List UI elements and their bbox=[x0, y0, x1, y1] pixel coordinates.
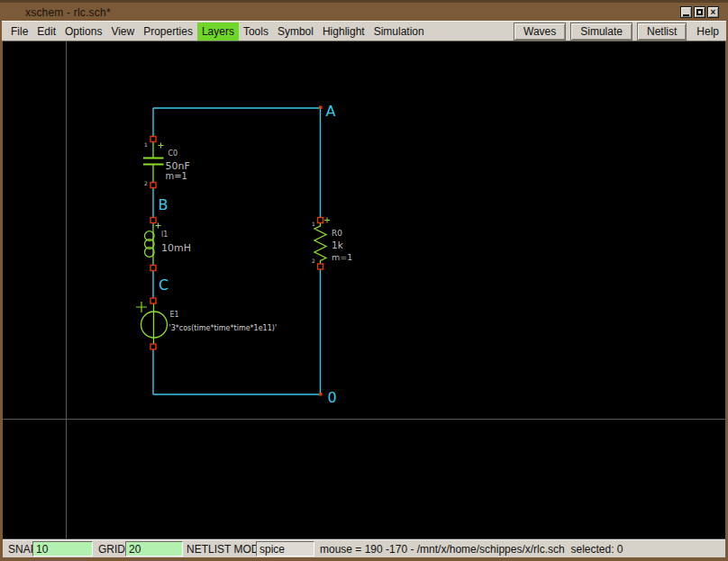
inductor-name: l1 bbox=[161, 231, 168, 239]
resistor-value: 1k bbox=[332, 240, 344, 250]
menu-help[interactable]: Help bbox=[691, 23, 726, 41]
titlebar[interactable]: xschem - rlc.sch* × bbox=[0, 1, 728, 21]
svg-text:1: 1 bbox=[144, 141, 148, 148]
grid-input[interactable] bbox=[125, 541, 183, 556]
pin-square[interactable] bbox=[150, 183, 156, 188]
window-title: xschem - rlc.sch* bbox=[25, 6, 111, 19]
xschem-window: xschem - rlc.sch* × FileEditOptionsViewP… bbox=[0, 0, 728, 561]
menubar: FileEditOptionsViewPropertiesLayersTools… bbox=[2, 21, 726, 41]
menu-layers[interactable]: Layers bbox=[197, 23, 239, 41]
close-button[interactable]: × bbox=[707, 6, 719, 18]
svg-text:2: 2 bbox=[312, 258, 315, 264]
net-label-gnd[interactable]: 0 bbox=[328, 389, 337, 406]
vsource-name: E1 bbox=[170, 311, 179, 319]
wire-end-marker bbox=[319, 393, 323, 396]
minimize-icon bbox=[683, 14, 689, 16]
netlist-mode-input[interactable] bbox=[256, 541, 314, 556]
menu-properties[interactable]: Properties bbox=[139, 23, 197, 41]
component-vsource[interactable]: E1 '3*cos(time*time*time*1e11)' bbox=[136, 298, 277, 349]
resistor-mult: m=1 bbox=[332, 252, 352, 262]
svg-text:2: 2 bbox=[144, 180, 148, 186]
statusbar: SNAP: GRID: NETLIST MODE: mouse = 190 -1… bbox=[3, 538, 725, 557]
svg-text:1: 1 bbox=[312, 221, 315, 227]
pin-square[interactable] bbox=[150, 298, 156, 303]
inductor-value: 10mH bbox=[161, 242, 191, 254]
wire-end-marker bbox=[319, 106, 323, 110]
schematic-drawing: 1 2 C0 50nF m=1 l1 10mH bbox=[3, 41, 725, 538]
resistor-name: R0 bbox=[332, 229, 342, 238]
menu-simulation[interactable]: Simulation bbox=[369, 23, 429, 41]
capacitor-name: C0 bbox=[168, 149, 178, 158]
menu-options[interactable]: Options bbox=[60, 23, 106, 41]
waves-button[interactable]: Waves bbox=[514, 23, 566, 41]
menu-symbol[interactable]: Symbol bbox=[273, 23, 318, 41]
mouse-status-text: mouse = 190 -170 - /mnt/x/home/schippes/… bbox=[320, 543, 623, 556]
plus-icon bbox=[156, 223, 161, 229]
vsource-value: '3*cos(time*time*time*1e11)' bbox=[169, 324, 278, 332]
component-resistor[interactable]: 1 2 R0 1k m=1 bbox=[312, 218, 352, 270]
pin-square[interactable] bbox=[150, 344, 156, 349]
netlist-button[interactable]: Netlist bbox=[637, 23, 687, 41]
plus-icon bbox=[136, 302, 147, 312]
pin-square[interactable] bbox=[318, 264, 323, 269]
menu-edit[interactable]: Edit bbox=[32, 23, 60, 41]
net-label-b[interactable]: B bbox=[159, 196, 168, 213]
maximize-icon bbox=[696, 9, 703, 15]
snap-input[interactable] bbox=[32, 541, 93, 556]
component-capacitor[interactable]: 1 2 C0 50nF m=1 bbox=[143, 137, 190, 188]
pin-square[interactable] bbox=[150, 266, 156, 271]
grid-label: GRID: bbox=[98, 543, 128, 556]
simulate-button[interactable]: Simulate bbox=[570, 23, 632, 41]
component-inductor[interactable]: l1 10mH bbox=[145, 218, 191, 271]
window-controls: × bbox=[680, 6, 719, 18]
capacitor-mult: m=1 bbox=[166, 171, 187, 181]
menubar-buttons: WavesSimulateNetlist bbox=[514, 23, 691, 41]
menu-highlight[interactable]: Highlight bbox=[318, 23, 369, 41]
menu-view[interactable]: View bbox=[106, 23, 139, 41]
net-label-c[interactable]: C bbox=[159, 276, 168, 294]
menu-file[interactable]: File bbox=[6, 23, 32, 41]
window-frame-bottom bbox=[0, 557, 728, 561]
pin-square[interactable] bbox=[150, 218, 156, 223]
maximize-button[interactable] bbox=[694, 6, 705, 18]
menubar-items: FileEditOptionsViewPropertiesLayersTools… bbox=[6, 23, 429, 41]
net-label-a[interactable]: A bbox=[326, 103, 336, 120]
pin-square[interactable] bbox=[150, 137, 156, 142]
minimize-button[interactable] bbox=[680, 6, 692, 18]
close-icon: × bbox=[711, 8, 716, 17]
schematic-canvas[interactable]: 1 2 C0 50nF m=1 l1 10mH bbox=[3, 41, 725, 538]
plus-icon bbox=[324, 218, 330, 223]
pin-square[interactable] bbox=[318, 218, 323, 223]
plus-icon bbox=[159, 143, 164, 149]
menu-tools[interactable]: Tools bbox=[239, 23, 273, 41]
